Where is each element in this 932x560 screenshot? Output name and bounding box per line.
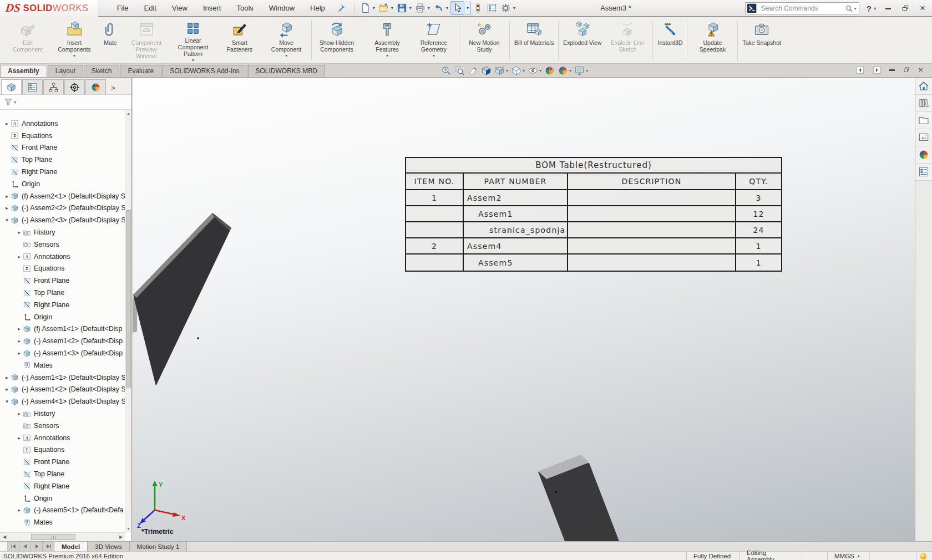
minimize-button[interactable] <box>883 3 893 14</box>
scroll-right-icon[interactable]: ▶ <box>116 534 125 539</box>
first-tab-button[interactable] <box>8 542 19 551</box>
tree-item[interactable]: ΣEquations <box>0 130 125 142</box>
taskpane-file-explorer-button[interactable] <box>915 112 932 129</box>
bom-cell-qty[interactable]: 24 <box>736 222 781 238</box>
reference-geometry-dropdown-caret[interactable]: ▾ <box>433 53 435 58</box>
new-document-button[interactable] <box>359 2 372 14</box>
expand-arrow-icon[interactable]: ▸ <box>16 411 23 416</box>
filter-dropdown-caret[interactable]: ▾ <box>14 100 16 105</box>
tree-item[interactable]: ▾(-) Assem2<3> (Default<Display S <box>0 214 125 226</box>
bom-cell-part[interactable]: stranica_spodnja <box>464 222 568 238</box>
taskpane-design-library-button[interactable] <box>915 95 932 112</box>
editing-mode-status[interactable]: Editing Assembly <box>739 552 802 560</box>
bom-cell-item[interactable]: 1 <box>406 190 464 206</box>
next-document-icon[interactable] <box>873 66 881 74</box>
expand-arrow-icon[interactable]: ▸ <box>3 194 11 199</box>
next-tab-button[interactable] <box>31 542 43 551</box>
tree-item[interactable]: Sensors <box>0 238 125 251</box>
tree-item[interactable]: ▸(-) Assem5<1> (Default<Defa <box>0 505 125 517</box>
quick-tips-button[interactable] <box>916 552 932 560</box>
bom-cell-qty[interactable]: 1 <box>736 254 781 271</box>
menu-edit[interactable]: Edit <box>136 0 164 17</box>
tree-vertical-scrollbar[interactable]: ▲ ▼ <box>125 110 131 532</box>
select-button[interactable] <box>450 1 464 15</box>
view-settings-dropdown-caret[interactable]: ▾ <box>586 68 588 73</box>
save-button[interactable] <box>396 2 408 14</box>
taskpane-custom-properties-button[interactable] <box>915 164 932 181</box>
insert-components-dropdown-caret[interactable]: ▾ <box>73 53 75 58</box>
ribbon-exploded-view[interactable]: Exploded View <box>560 18 604 63</box>
tab-evaluate[interactable]: Evaluate <box>120 65 161 77</box>
tree-item[interactable]: ▸History <box>0 408 125 420</box>
expand-arrow-icon[interactable]: ▸ <box>16 350 23 356</box>
vertical-scroll-thumb[interactable] <box>126 210 131 388</box>
edit-appearance-button[interactable] <box>544 65 555 76</box>
search-dropdown-caret[interactable]: ▾ <box>854 6 859 11</box>
menu-insert[interactable]: Insert <box>195 0 229 17</box>
previous-tab-button[interactable] <box>19 542 31 551</box>
scroll-left-icon[interactable]: ◀ <box>0 534 9 539</box>
tree-item[interactable]: ▸(-) Assem1<1> (Default<Display S <box>0 371 125 384</box>
part-panel-left[interactable] <box>133 213 231 386</box>
filter-funnel-icon[interactable] <box>4 98 13 106</box>
doc-tab-motion-study-1[interactable]: Motion Study 1 <box>130 542 188 551</box>
taskpane-appearances-scenes-button[interactable] <box>915 146 932 164</box>
ribbon-smart-fasteners[interactable]: Smart Fasteners <box>216 18 263 63</box>
ribbon-new-motion-study[interactable]: New Motion Study <box>461 18 508 63</box>
tree-item[interactable]: ▸AAnnotations <box>0 432 125 444</box>
expand-arrow-icon[interactable]: ▸ <box>16 435 23 441</box>
open-button[interactable] <box>377 2 390 14</box>
scroll-down-icon[interactable]: ▼ <box>125 526 131 532</box>
expand-arrow-icon[interactable]: ▸ <box>16 326 23 332</box>
search-icon[interactable] <box>844 4 854 13</box>
ribbon-update-speedpak[interactable]: Update Speedpak <box>689 18 736 63</box>
expand-arrow-icon[interactable]: ▸ <box>3 375 11 380</box>
bom-cell-part[interactable]: Assem4 <box>464 238 568 254</box>
ribbon-assembly-features[interactable]: Assembly Features▾ <box>364 18 411 63</box>
search-input[interactable]: Search Commands <box>758 4 844 12</box>
ribbon-mate[interactable]: Mate <box>98 18 123 63</box>
collapse-arrow-icon[interactable]: ▾ <box>3 217 11 223</box>
tab-sketch[interactable]: Sketch <box>84 65 120 77</box>
manager-tab-featuremanager-tree[interactable] <box>1 79 22 94</box>
expand-arrow-icon[interactable]: ▸ <box>3 205 11 211</box>
tree-item[interactable]: Top Plane <box>0 287 125 299</box>
move-component-dropdown-caret[interactable]: ▾ <box>285 53 287 58</box>
bom-cell-part[interactable]: Assem5 <box>464 254 568 271</box>
ribbon-insert-components[interactable]: Insert Components▾ <box>51 18 98 63</box>
options-button[interactable] <box>499 2 512 14</box>
taskpane-home-button[interactable] <box>915 78 932 95</box>
zoom-to-fit-button[interactable] <box>441 65 452 76</box>
manager-tab-displaymanager[interactable] <box>85 79 106 94</box>
menu-file[interactable]: File <box>109 0 136 17</box>
bom-cell-qty[interactable]: 1 <box>736 238 781 254</box>
new-document-dropdown-caret[interactable]: ▾ <box>373 6 375 11</box>
graphics-viewport[interactable]: BOM Table(Restructured) ITEM NO.PART NUM… <box>133 78 915 541</box>
tree-item[interactable]: Sensors <box>0 420 125 432</box>
print-button[interactable] <box>414 2 427 14</box>
taskpane-view-palette-button[interactable] <box>915 129 932 146</box>
doc-close-icon[interactable]: × <box>918 65 923 74</box>
ribbon-take-snapshot[interactable]: Take Snapshot <box>739 18 783 63</box>
previous-view-button[interactable] <box>468 65 478 76</box>
save-dropdown-caret[interactable]: ▾ <box>409 6 412 11</box>
doc-restore-icon[interactable] <box>903 67 910 73</box>
ribbon-linear-component-pattern[interactable]: Linear Component Pattern▾ <box>170 18 216 63</box>
bom-table[interactable]: BOM Table(Restructured) ITEM NO.PART NUM… <box>405 157 782 272</box>
tree-item[interactable]: ▸(-) Assem1<3> (Default<Disp <box>0 347 125 359</box>
tree-item[interactable]: ▸AAnnotations <box>0 251 125 263</box>
tree-item[interactable]: Top Plane <box>0 468 125 480</box>
menu-view[interactable]: View <box>164 0 195 17</box>
tree-item[interactable]: Front Plane <box>0 456 125 468</box>
bom-table-title[interactable]: BOM Table(Restructured) <box>406 158 781 174</box>
tree-item[interactable]: Origin <box>0 492 125 505</box>
tree-item[interactable]: ▸(f) Assem1<1> (Default<Disp <box>0 323 125 335</box>
menu-help[interactable]: Help <box>302 0 333 17</box>
tab-solidworks-mbd[interactable]: SOLIDWORKS MBD <box>248 65 325 77</box>
expand-arrow-icon[interactable]: ▸ <box>3 386 11 392</box>
interference-detection-button[interactable] <box>472 2 484 14</box>
ribbon-reference-geometry[interactable]: Reference Geometry▾ <box>411 18 457 63</box>
tree-item[interactable]: Mates <box>0 359 125 371</box>
undo-button[interactable] <box>432 2 445 14</box>
tree-item[interactable]: ▸(-) Assem1<2> (Default<Disp <box>0 335 125 347</box>
